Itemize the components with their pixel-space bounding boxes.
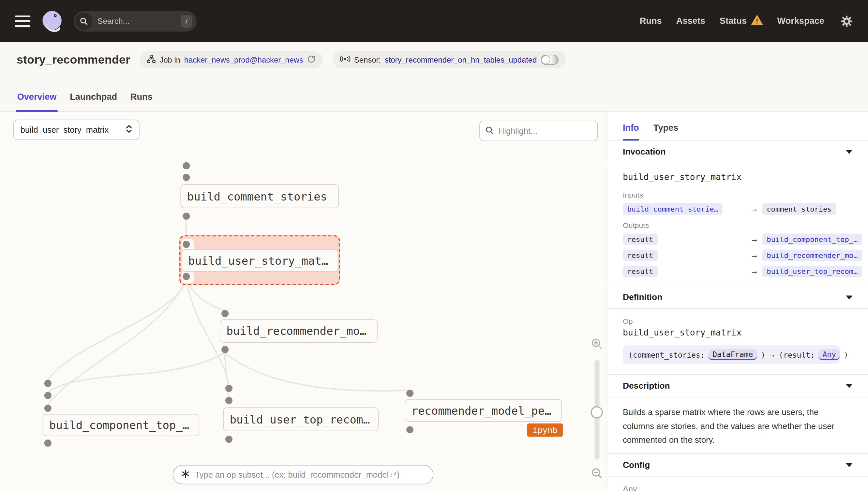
port: [406, 389, 413, 397]
global-search[interactable]: Search... /: [74, 11, 197, 31]
op-detail-panel: Info Types Invocation build_user_story_m…: [607, 112, 868, 491]
op-selector-value: build_user_story_matrix: [21, 125, 109, 135]
port: [45, 405, 52, 412]
definition-body: Op build_user_story_matrix (comment_stor…: [607, 309, 868, 375]
panel-tab-info[interactable]: Info: [623, 123, 639, 140]
page-tabs: Overview Launchpad Runs: [16, 92, 153, 112]
port: [182, 240, 190, 248]
op-subset-input[interactable]: [195, 470, 425, 479]
arrow-icon: →: [750, 266, 758, 276]
search-icon: [486, 126, 494, 136]
zoom-in-icon[interactable]: [590, 338, 603, 352]
panel-tabs: Info Types: [607, 112, 868, 141]
port: [182, 212, 190, 220]
port: [182, 174, 190, 181]
output-name: result: [623, 233, 658, 245]
op-label: Op: [623, 317, 853, 325]
type-dataframe[interactable]: DataFrame: [708, 349, 757, 360]
op-subset-filter: [173, 465, 434, 484]
sensor-pill: Sensor: story_recommender_on_hn_tables_u…: [332, 51, 566, 68]
section-config[interactable]: Config: [607, 454, 868, 476]
input-name: comment_stories: [762, 203, 836, 215]
chevron-down-icon: [846, 150, 852, 153]
output-name: result: [623, 250, 658, 261]
type-any[interactable]: Any: [818, 349, 841, 360]
tab-runs[interactable]: Runs: [129, 92, 153, 112]
dagster-logo-icon[interactable]: [39, 8, 65, 34]
arrow-icon: →: [750, 204, 758, 213]
op-node-build-recommender-model[interactable]: build_recommender_mo…: [220, 319, 378, 343]
section-invocation[interactable]: Invocation: [607, 141, 868, 163]
zoom-slider-track[interactable]: [594, 360, 599, 460]
config-type: Any: [623, 484, 853, 491]
job-link[interactable]: hacker_news_prod@hacker_news: [184, 55, 303, 64]
invocation-body: build_user_story_matrix Inputs build_com…: [607, 163, 868, 286]
op-selector-dropdown[interactable]: build_user_story_matrix: [13, 120, 140, 140]
section-description[interactable]: Description: [607, 375, 868, 398]
nav-status[interactable]: Status: [720, 16, 747, 26]
port: [225, 385, 232, 392]
op-filter-icon: [181, 469, 190, 480]
job-prefix: Job in: [160, 55, 180, 64]
port: [222, 346, 229, 353]
op-node-recommender-model-perf[interactable]: recommender_model_pe…: [405, 399, 562, 422]
warning-icon: [751, 15, 763, 27]
port: [45, 380, 52, 387]
invocation-op-name: build_user_story_matrix: [623, 172, 853, 182]
output-dest-link[interactable]: build_recommender_mo…: [762, 250, 862, 261]
sensor-icon: [340, 54, 350, 64]
nav-runs[interactable]: Runs: [640, 16, 662, 26]
port: [45, 392, 52, 399]
port: [225, 436, 232, 443]
output-name: result: [623, 266, 658, 278]
page-title: story_recommender: [17, 53, 131, 66]
search-icon: [75, 12, 93, 30]
reload-icon[interactable]: [307, 55, 315, 64]
tab-launchpad[interactable]: Launchpad: [69, 92, 118, 112]
highlight-search: [479, 121, 598, 141]
op-node-build-user-top-recom[interactable]: build_user_top_recom…: [223, 407, 379, 431]
port: [222, 310, 229, 317]
description-body: Builds a sparse matrix where the rows ar…: [607, 398, 868, 454]
chevron-down-icon: [846, 295, 852, 299]
nav-workspace[interactable]: Workspace: [777, 16, 824, 26]
output-dest-link[interactable]: build_user_top_recom…: [762, 266, 862, 278]
arrow-icon: →: [750, 234, 758, 243]
op-node-build-component-top[interactable]: build_component_top_…: [43, 414, 199, 436]
search-shortcut-badge: /: [181, 15, 192, 27]
op-node-build-comment-stories[interactable]: build_comment_stories: [180, 184, 339, 208]
input-source-link[interactable]: build_comment_storie…: [623, 203, 723, 215]
port: [406, 426, 413, 433]
ipynb-badge: ipynb: [527, 424, 563, 437]
menu-icon[interactable]: [15, 15, 31, 27]
arrow-icon: →: [750, 250, 758, 260]
port: [45, 439, 52, 447]
job-graph-icon: [147, 54, 155, 64]
sensor-toggle[interactable]: [541, 54, 558, 64]
zoom-control: [586, 338, 608, 482]
port: [182, 162, 190, 169]
chevron-up-down-icon: [125, 124, 132, 135]
tab-overview[interactable]: Overview: [16, 92, 58, 112]
section-definition[interactable]: Definition: [607, 286, 868, 309]
panel-tab-types[interactable]: Types: [654, 123, 678, 140]
output-row: result → build_user_top_recom…: [623, 266, 853, 278]
sensor-prefix: Sensor:: [354, 55, 381, 64]
output-row: result → build_recommender_mo…: [623, 250, 853, 262]
search-placeholder: Search...: [97, 17, 181, 25]
nav-assets[interactable]: Assets: [676, 16, 705, 26]
highlight-input[interactable]: [498, 126, 608, 136]
op-signature: (comment_stories: DataFrame ) ⇒ (result:…: [623, 345, 840, 364]
zoom-slider-handle[interactable]: [590, 406, 603, 418]
zoom-out-icon[interactable]: [590, 467, 603, 482]
page-header: story_recommender Job in hacker_news_pro…: [0, 42, 868, 112]
sensor-link[interactable]: story_recommender_on_hn_tables_updated: [385, 55, 537, 64]
config-body: Any: [607, 476, 868, 491]
output-dest-link[interactable]: build_component_top_…: [762, 233, 862, 245]
description-text: Builds a sparse matrix where the rows ar…: [623, 405, 849, 447]
job-pill: Job in hacker_news_prod@hacker_news: [140, 51, 322, 68]
op-node-build-user-story-matrix[interactable]: build_user_story_mat…: [182, 249, 338, 272]
chevron-down-icon: [846, 463, 852, 467]
output-row: result → build_component_top_…: [623, 233, 853, 246]
settings-gear-icon[interactable]: [841, 15, 853, 27]
